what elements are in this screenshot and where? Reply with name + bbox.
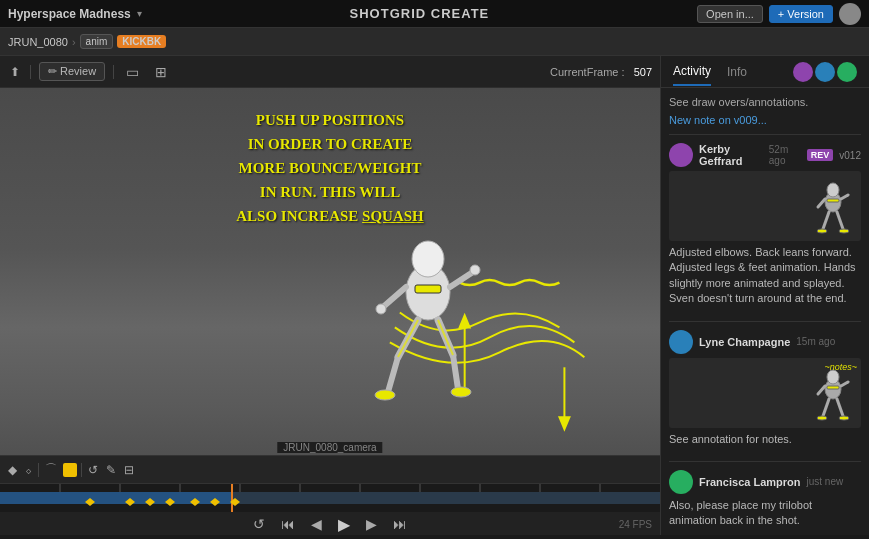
svg-point-13 — [375, 390, 395, 400]
grid-icon[interactable]: ⊞ — [151, 62, 171, 82]
comment-text-1: Adjusted elbows. Back leans forward. Adj… — [669, 245, 861, 307]
comment-name-2: Lyne Champagne — [699, 336, 790, 348]
timeline-progress — [0, 492, 231, 504]
svg-point-8 — [376, 304, 386, 314]
sidebar-content[interactable]: See draw overs/annotations. New note on … — [661, 88, 869, 535]
svg-line-15 — [453, 355, 458, 389]
user-avatar[interactable] — [839, 3, 861, 25]
frame-label: CurrentFrame : — [550, 66, 625, 78]
step-back-button[interactable]: ◀ — [309, 514, 324, 534]
svg-point-44 — [839, 229, 849, 233]
comment-name-1: Kerby Geffrard — [699, 143, 763, 167]
frame-display: CurrentFrame : 507 — [550, 66, 652, 78]
toolbar-sep-1 — [30, 65, 31, 79]
svg-line-41 — [823, 212, 829, 229]
comment-time-3: just new — [806, 476, 843, 487]
sidebar-avatars — [793, 62, 857, 82]
sidebar: Activity Info See draw overs/annotations… — [660, 56, 869, 535]
svg-line-18 — [438, 320, 453, 355]
thumb-robot-2 — [813, 364, 853, 424]
anim-tag: anim — [80, 34, 114, 49]
svg-marker-3 — [559, 417, 569, 429]
svg-line-9 — [450, 272, 473, 287]
svg-line-17 — [398, 320, 418, 357]
key-all-icon[interactable]: ⬦ — [23, 461, 34, 479]
timeline-track[interactable] — [0, 484, 660, 512]
next-frame-button[interactable]: ⏭ — [391, 514, 409, 534]
tab-activity[interactable]: Activity — [673, 58, 711, 86]
annotation-svg — [0, 88, 660, 487]
note-intro: See draw overs/annotations. — [669, 96, 861, 108]
open-in-button[interactable]: Open in... — [697, 5, 763, 23]
timeline: ◆ ⬦ ⌒ ↺ ✎ ⊟ — [0, 455, 660, 535]
avatar-lyne — [669, 330, 693, 354]
comment-block-3: Francisca Lampron just new Also, please … — [669, 470, 861, 535]
avatar-kerby — [669, 143, 693, 167]
rev-badge-1: REV — [807, 149, 834, 161]
svg-point-46 — [827, 370, 839, 384]
svg-point-43 — [817, 229, 827, 233]
curve-icon[interactable]: ⌒ — [43, 459, 59, 480]
play-button[interactable]: ▶ — [336, 513, 352, 536]
top-bar: Hyperspace Madness ▾ SHOTGRID CREATE Ope… — [0, 0, 869, 28]
kickbk-tag[interactable]: KICKBK — [117, 35, 166, 48]
comment-thumb-2: ~notes~ — [669, 358, 861, 428]
top-bar-right: Open in... + Version — [697, 3, 861, 25]
svg-point-10 — [470, 265, 480, 275]
tab-info[interactable]: Info — [727, 59, 747, 85]
divider-3 — [669, 461, 861, 462]
version-button[interactable]: + Version — [769, 5, 833, 23]
pencil-icon[interactable]: ✎ — [104, 461, 118, 479]
viewport: ⬆ ✏ Review ▭ ⊞ CurrentFrame : 507 — [0, 56, 660, 535]
svg-line-42 — [837, 212, 843, 229]
timeline-head[interactable] — [231, 484, 233, 512]
comment-header-3: Francisca Lampron just new — [669, 470, 861, 494]
frame-value: 507 — [634, 66, 652, 78]
key-icon[interactable]: ◆ — [6, 461, 19, 479]
comment-block-1: Kerby Geffrard 52m ago REV v012 — [669, 143, 861, 307]
comment-block-2: Lyne Champagne 15m ago — [669, 330, 861, 447]
app-chevron: ▾ — [137, 8, 142, 19]
layers-icon[interactable]: ⊟ — [122, 461, 136, 479]
view-icon[interactable]: ▭ — [122, 62, 143, 82]
divider-1 — [669, 134, 861, 135]
loop-button[interactable]: ↺ — [251, 514, 267, 534]
refresh-icon[interactable]: ↺ — [86, 461, 100, 479]
comment-time-1: 52m ago — [769, 144, 801, 166]
svg-line-7 — [383, 287, 406, 307]
review-button[interactable]: ✏ Review — [39, 62, 105, 81]
step-back-icon[interactable]: ⬆ — [8, 63, 22, 81]
version-badge-1: v012 — [839, 150, 861, 161]
toolbar-sep-2 — [113, 65, 114, 79]
comment-name-3: Francisca Lampron — [699, 476, 800, 488]
second-bar: JRUN_0080 › anim KICKBK — [0, 28, 869, 56]
viewport-canvas[interactable]: Push up Positions in order to create mor… — [0, 88, 660, 487]
svg-point-37 — [827, 183, 839, 197]
comment-time-2: 15m ago — [796, 336, 835, 347]
color-box[interactable] — [63, 463, 77, 477]
comment-text-2: See annotation for notes. — [669, 432, 861, 447]
svg-rect-47 — [827, 386, 839, 389]
toolbar: ⬆ ✏ Review ▭ ⊞ CurrentFrame : 507 — [0, 56, 660, 88]
svg-point-53 — [839, 416, 849, 420]
avatar-3 — [837, 62, 857, 82]
new-note-v009-link[interactable]: New note on v009... — [669, 114, 861, 126]
svg-point-5 — [412, 241, 444, 277]
comment-thumb-1 — [669, 171, 861, 241]
breadcrumb: JRUN_0080 › anim KICKBK — [8, 34, 166, 49]
step-forward-button[interactable]: ▶ — [364, 514, 379, 534]
comment-header-1: Kerby Geffrard 52m ago REV v012 — [669, 143, 861, 167]
prev-frame-button[interactable]: ⏮ — [279, 514, 297, 534]
avatar-2 — [815, 62, 835, 82]
tl-sep-2 — [81, 463, 82, 477]
svg-line-48 — [818, 386, 825, 394]
svg-line-39 — [818, 199, 825, 207]
shot-label: JRUN_0080 — [8, 36, 68, 48]
svg-line-12 — [388, 357, 398, 392]
new-note-v012-link[interactable]: New note on v012... — [669, 533, 861, 535]
svg-rect-38 — [827, 199, 839, 202]
camera-label: JRUN_0080_camera — [277, 442, 382, 453]
avatar-1 — [793, 62, 813, 82]
avatar-francisca — [669, 470, 693, 494]
svg-line-50 — [823, 399, 829, 416]
